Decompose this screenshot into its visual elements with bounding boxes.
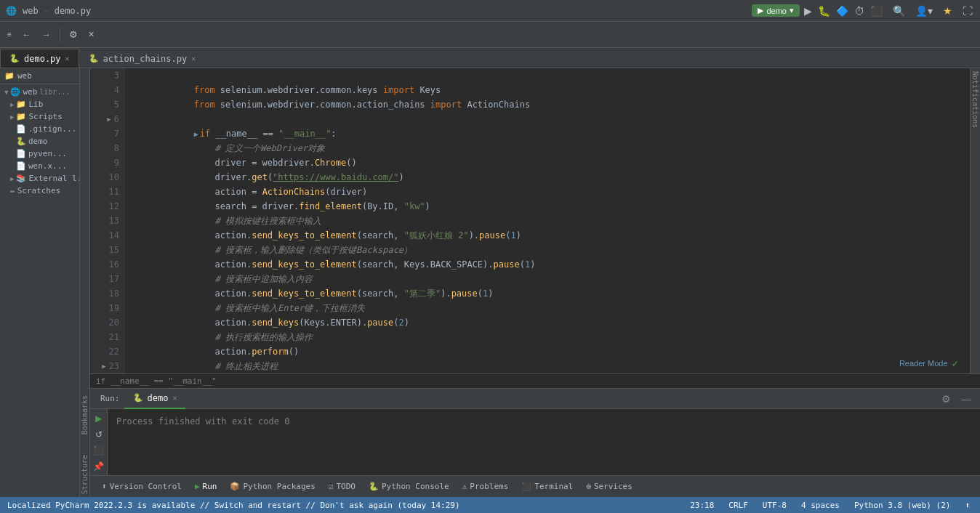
tree-label-gitignore: .gitign... (28, 124, 76, 134)
tab-close-actions[interactable]: ✕ (191, 54, 196, 62)
notifications-label: Notifications (971, 68, 979, 131)
main-toolbar: ≡ ← → ⚙ ✕ (0, 22, 980, 48)
todo-icon: ☑ (329, 482, 334, 491)
bt-services[interactable]: ⚙ Services (580, 480, 638, 493)
sidebar-title: web (17, 71, 32, 81)
status-bar: Localized PyCharm 2022.2.3 is available … (0, 497, 980, 513)
status-git-icon[interactable]: ⬆ (962, 501, 973, 510)
tree-label-scripts: Scripts (28, 112, 62, 121)
code-line-6: ▶if __name__ == "__main__": (131, 112, 970, 126)
profile-btn[interactable]: ⏱ (853, 4, 866, 18)
run-tab-close-btn[interactable]: ✕ (172, 394, 177, 402)
back-btn[interactable]: ← (17, 26, 36, 43)
status-encoding[interactable]: UTF-8 (760, 501, 790, 510)
bt-run[interactable]: ▶ Run (189, 480, 223, 493)
user-btn[interactable]: 👤▾ (914, 4, 934, 18)
linenum-11: 11 (90, 185, 125, 199)
title-bar: 🌐 web – demo.py ▶ demo ▾ ▶ 🐛 🔷 ⏱ ⬛ 🔍 👤▾ … (0, 0, 980, 22)
tab-bar: 🐍 demo.py ✕ 🐍 action_chains.py ✕ (0, 48, 980, 68)
run-tab-icon: 🐍 (133, 393, 143, 403)
status-line-ending[interactable]: CRLF (726, 501, 751, 510)
run-tab-bar: Run: 🐍 demo ✕ ⚙ — (90, 389, 980, 409)
bookmarks-label: Bookmarks (81, 392, 89, 437)
tab-action-chains[interactable]: 🐍 action_chains.py ✕ (79, 49, 206, 68)
fold-btn-6[interactable]: ▶ (107, 112, 111, 126)
run-side-panel: ▶ ↺ ⬛ 📌 >> (90, 409, 108, 475)
fold-btn-23[interactable]: ▶ (102, 359, 105, 373)
problems-label: Problems (470, 482, 508, 491)
web-icon: 🌐 (6, 6, 17, 16)
run-minimize-btn[interactable]: — (958, 393, 974, 405)
run-icon: ▶ (758, 6, 763, 15)
console-label: Python Console (382, 482, 449, 491)
menu-btn[interactable]: ≡ (3, 28, 16, 41)
vc-label: Version Control (110, 482, 182, 491)
reader-mode-btn[interactable]: Reader Mode (899, 359, 948, 368)
settings-btn[interactable]: ★ (941, 4, 954, 18)
tree-label-external: External l... (28, 174, 79, 183)
status-python[interactable]: Python 3.8 (web) (2) (851, 501, 953, 510)
tab-icon-demo: 🐍 (9, 54, 20, 63)
run-btn[interactable]: ▶ (803, 4, 814, 18)
code-line-3: from selenium.webdriver.common.keys impo… (131, 68, 970, 83)
run-output-text: Process finished with exit code 0 (116, 413, 289, 429)
bt-terminal[interactable]: ⬛ Terminal (515, 480, 579, 493)
tree-label-demo: demo (28, 137, 48, 146)
tree-item-demo[interactable]: 🐍 demo (0, 135, 79, 148)
search-everywhere-btn[interactable]: 🔍 (891, 4, 907, 18)
problems-icon: ⚠ (462, 482, 467, 491)
tree-item-external[interactable]: ▶ 📚 External l... (0, 172, 79, 185)
code-editor[interactable]: from selenium.webdriver.common.keys impo… (125, 68, 970, 373)
linenum-6: ▶ 6 (90, 112, 125, 126)
tab-close-demo[interactable]: ✕ (65, 54, 70, 62)
project-icon: 📁 (4, 71, 15, 81)
tree-item-scripts[interactable]: ▶ 📁 Scripts (0, 110, 79, 123)
run-profile-btn[interactable]: ▶ demo ▾ (752, 4, 800, 17)
status-indent[interactable]: 4 spaces (798, 501, 843, 510)
editor-wrapper: 3 4 5 ▶ 6 7 8 9 10 11 12 13 14 15 (90, 68, 980, 373)
tree-icon-wen: 📄 (16, 161, 26, 171)
tree-item-lib[interactable]: ▶ 📁 Lib (0, 98, 79, 110)
status-position[interactable]: 23:18 (687, 501, 717, 510)
tree-icon-scratches: ✏ (10, 186, 15, 195)
tree-arrow-web: ▼ (4, 89, 8, 96)
tree-item-gitignore[interactable]: 📄 .gitign... (0, 123, 79, 135)
todo-label: TODO (336, 482, 356, 491)
bt-python-packages[interactable]: 📦 Python Packages (224, 480, 321, 493)
tree-item-web[interactable]: ▼ 🌐 web libr... (0, 86, 79, 98)
linenum-9: 9 (90, 155, 125, 170)
pkgs-icon: 📦 (230, 482, 240, 491)
tab-demo-py[interactable]: 🐍 demo.py ✕ (0, 49, 79, 68)
run-rerun-btn[interactable]: ↺ (94, 428, 104, 441)
debug-btn[interactable]: 🐛 (816, 4, 832, 18)
tree-icon-lib: 📁 (16, 100, 26, 109)
tree-item-wen[interactable]: 📄 wen.x... (0, 160, 79, 172)
bt-problems[interactable]: ⚠ Problems (457, 480, 515, 493)
tree-arrow-scripts: ▶ (10, 113, 14, 121)
bt-version-control[interactable]: ⬆ Version Control (96, 480, 188, 493)
forward-btn[interactable]: → (37, 26, 55, 43)
linenum-21: 21 (90, 330, 125, 344)
run-output: Process finished with exit code 0 (108, 409, 980, 475)
tree-icon-pyvenv: 📄 (16, 149, 26, 158)
tree-arrow-external: ▶ (10, 175, 14, 182)
settings-gear-btn[interactable]: ⚙ (65, 26, 82, 43)
bt-todo[interactable]: ☑ TODO (323, 480, 361, 493)
run-stop-btn[interactable]: ⬛ (92, 444, 105, 457)
coverage-btn[interactable]: 🔷 (835, 4, 850, 18)
run-pin-btn[interactable]: 📌 (92, 460, 105, 473)
close-toolbar-btn[interactable]: ✕ (84, 27, 99, 42)
editor-container: 3 4 5 ▶ 6 7 8 9 10 11 12 13 14 15 (90, 68, 980, 497)
tree-item-scratches[interactable]: ✏ Scratches (0, 185, 79, 197)
tree-item-pyvenv[interactable]: 📄 pyven... (0, 148, 79, 160)
run-play-btn[interactable]: ▶ (94, 412, 103, 425)
run-tab-demo[interactable]: 🐍 demo ✕ (124, 389, 186, 409)
maximize-btn[interactable]: ⛶ (961, 4, 974, 18)
run-panel-body: ▶ ↺ ⬛ 📌 >> Process finished with exit co… (90, 409, 980, 475)
bt-python-console[interactable]: 🐍 Python Console (363, 480, 455, 493)
linenum-4: 4 (90, 83, 125, 97)
editor-main: 3 4 5 ▶ 6 7 8 9 10 11 12 13 14 15 (90, 68, 970, 373)
linenum-18: 18 (90, 286, 125, 301)
stop-btn[interactable]: ⬛ (869, 4, 884, 18)
run-settings-btn[interactable]: ⚙ (939, 393, 954, 405)
